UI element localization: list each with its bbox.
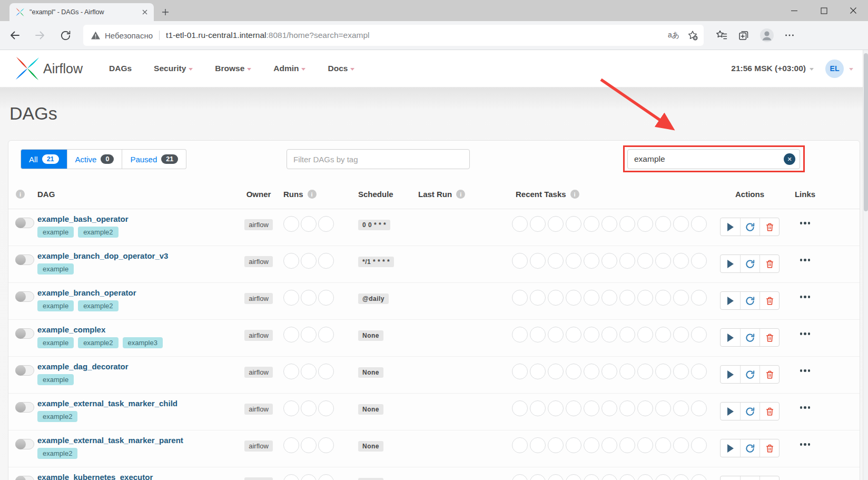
run-status-circle[interactable] — [301, 364, 317, 379]
dag-tag[interactable]: example — [37, 374, 74, 385]
run-status-circle[interactable] — [283, 400, 299, 416]
task-status-circle[interactable] — [512, 327, 528, 342]
add-favorite-icon[interactable] — [687, 30, 698, 41]
task-status-circle[interactable] — [619, 290, 635, 306]
dag-tag[interactable]: example2 — [78, 227, 118, 238]
browser-tab[interactable]: "exampl" - DAGs - Airflow — [9, 3, 154, 21]
dag-tag[interactable]: example3 — [123, 337, 163, 348]
dag-link[interactable]: example_dag_decorator — [37, 362, 129, 371]
dag-link[interactable]: example_bash_operator — [37, 214, 129, 223]
task-status-circle[interactable] — [691, 253, 707, 269]
scrollbar-thumb[interactable] — [864, 53, 868, 211]
task-status-circle[interactable] — [530, 216, 546, 232]
schedule-badge[interactable]: None — [358, 330, 383, 341]
back-button[interactable] — [4, 25, 25, 46]
schedule-badge[interactable]: None — [358, 478, 383, 480]
owner-badge[interactable]: airflow — [244, 404, 273, 415]
schedule-badge[interactable]: @daily — [358, 293, 389, 304]
dag-pause-toggle[interactable] — [15, 218, 34, 228]
run-status-circle[interactable] — [301, 327, 317, 342]
run-status-circle[interactable] — [318, 400, 334, 416]
task-status-circle[interactable] — [512, 474, 528, 480]
security-warning-icon[interactable] — [91, 31, 101, 40]
dag-links-button[interactable] — [780, 430, 830, 446]
task-status-circle[interactable] — [548, 327, 564, 342]
refresh-dag-button[interactable] — [740, 403, 760, 420]
owner-badge[interactable]: airflow — [244, 219, 273, 230]
airflow-brand[interactable]: Airflow — [15, 56, 83, 81]
task-status-circle[interactable] — [601, 290, 617, 306]
task-status-circle[interactable] — [530, 474, 546, 480]
dag-tag[interactable]: example2 — [78, 300, 118, 311]
task-status-circle[interactable] — [673, 364, 689, 379]
column-header-last-run[interactable]: Last Runi — [417, 190, 504, 199]
task-status-circle[interactable] — [566, 253, 581, 269]
task-status-circle[interactable] — [601, 400, 617, 416]
task-status-circle[interactable] — [673, 474, 689, 480]
task-status-circle[interactable] — [691, 290, 707, 306]
refresh-dag-button[interactable] — [740, 366, 760, 383]
window-minimize-button[interactable] — [780, 0, 809, 21]
task-status-circle[interactable] — [673, 400, 689, 416]
task-status-circle[interactable] — [637, 474, 653, 480]
page-scrollbar[interactable] — [863, 50, 868, 480]
task-status-circle[interactable] — [655, 216, 671, 232]
task-status-circle[interactable] — [512, 290, 528, 306]
schedule-badge[interactable]: None — [358, 404, 383, 415]
dag-links-button[interactable] — [780, 394, 830, 409]
task-status-circle[interactable] — [566, 290, 581, 306]
run-status-circle[interactable] — [318, 253, 334, 269]
task-status-circle[interactable] — [530, 437, 546, 453]
run-status-circle[interactable] — [318, 364, 334, 379]
dag-tag[interactable]: example — [37, 337, 74, 348]
window-close-button[interactable] — [839, 0, 868, 21]
task-status-circle[interactable] — [619, 364, 635, 379]
tag-filter-input[interactable] — [287, 149, 470, 169]
task-status-circle[interactable] — [673, 437, 689, 453]
run-status-circle[interactable] — [301, 400, 317, 416]
dag-tag[interactable]: example2 — [37, 411, 77, 422]
dag-pause-toggle[interactable] — [15, 365, 34, 376]
run-status-circle[interactable] — [318, 474, 334, 480]
task-status-circle[interactable] — [691, 327, 707, 342]
run-status-circle[interactable] — [283, 474, 299, 480]
dag-links-button[interactable] — [780, 320, 830, 335]
task-status-circle[interactable] — [637, 290, 653, 306]
task-status-circle[interactable] — [601, 216, 617, 232]
dag-links-button[interactable] — [780, 209, 830, 224]
task-status-circle[interactable] — [619, 437, 635, 453]
owner-badge[interactable]: airflow — [244, 367, 273, 378]
chevron-down-icon[interactable] — [849, 68, 853, 71]
task-status-circle[interactable] — [584, 290, 599, 306]
task-status-circle[interactable] — [673, 327, 689, 342]
info-icon[interactable]: i — [16, 190, 25, 199]
dag-tag[interactable]: example2 — [37, 448, 77, 459]
dag-pause-toggle[interactable] — [15, 291, 34, 302]
task-status-circle[interactable] — [548, 364, 564, 379]
task-status-circle[interactable] — [691, 474, 707, 480]
dag-links-button[interactable] — [780, 246, 830, 261]
task-status-circle[interactable] — [512, 216, 528, 232]
refresh-dag-button[interactable] — [740, 218, 760, 236]
trigger-dag-button[interactable] — [721, 366, 740, 383]
run-status-circle[interactable] — [283, 253, 299, 269]
run-status-circle[interactable] — [283, 327, 299, 342]
column-header-dag[interactable]: DAG — [37, 190, 235, 199]
address-bar[interactable]: Небезопасно t1-etl-01.ru-central1.intern… — [83, 25, 704, 46]
dag-pause-toggle[interactable] — [15, 439, 34, 449]
filter-tab-active[interactable]: Active0 — [67, 149, 123, 169]
owner-badge[interactable]: airflow — [244, 330, 273, 341]
task-status-circle[interactable] — [673, 216, 689, 232]
run-status-circle[interactable] — [283, 290, 299, 306]
task-status-circle[interactable] — [691, 437, 707, 453]
task-status-circle[interactable] — [655, 290, 671, 306]
task-status-circle[interactable] — [601, 327, 617, 342]
refresh-dag-button[interactable] — [740, 439, 760, 457]
dag-links-button[interactable] — [780, 467, 830, 480]
run-status-circle[interactable] — [318, 437, 334, 453]
dag-pause-toggle[interactable] — [15, 328, 34, 339]
task-status-circle[interactable] — [655, 437, 671, 453]
task-status-circle[interactable] — [530, 364, 546, 379]
task-status-circle[interactable] — [566, 364, 581, 379]
dag-link[interactable]: example_external_task_marker_child — [37, 399, 177, 408]
